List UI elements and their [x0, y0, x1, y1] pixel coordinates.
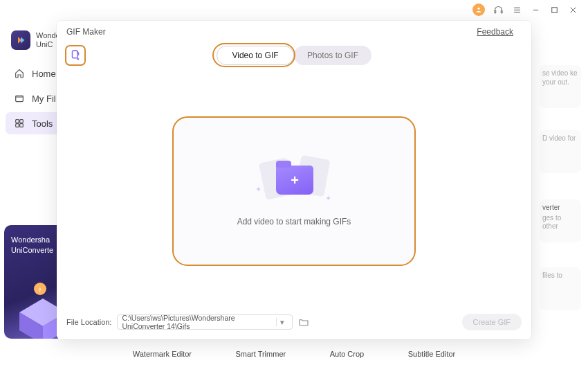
footer-tools: Watermark Editor Smart Trimmer Auto Crop… [0, 347, 588, 365]
svg-rect-11 [16, 120, 19, 123]
minimize-button[interactable] [531, 5, 541, 15]
bg-card: files to [540, 267, 581, 310]
svg-rect-13 [16, 124, 19, 127]
sidebar-item-label: My Fil [32, 94, 56, 104]
add-file-button[interactable] [65, 45, 86, 66]
logo-icon [11, 30, 30, 50]
modal-header: GIF Maker Feedback [57, 21, 531, 40]
chevron-down-icon[interactable]: ▾ [276, 318, 288, 326]
open-folder-icon[interactable] [298, 317, 309, 328]
modal-toolbar: Video to GIF Photos to GIF [57, 40, 531, 71]
tools-icon [14, 118, 25, 129]
modal-content: + ✦ ✦ Add video to start making GIFs [57, 71, 531, 312]
create-gif-button[interactable]: Create GIF [462, 314, 522, 330]
user-avatar[interactable] [472, 3, 485, 16]
file-location-field[interactable]: C:\Users\ws\Pictures\Wondershare UniConv… [117, 314, 293, 330]
file-location-path: C:\Users\ws\Pictures\Wondershare UniConv… [122, 314, 273, 330]
svg-rect-14 [20, 124, 24, 127]
folder-illustration: + ✦ ✦ [259, 156, 329, 204]
dropzone[interactable]: + ✦ ✦ Add video to start making GIFs [172, 116, 416, 266]
svg-rect-1 [495, 10, 496, 13]
home-icon [14, 68, 25, 79]
footer-tool[interactable]: Auto Crop [330, 350, 365, 358]
folder-icon: + [276, 166, 313, 195]
tab-video-to-gif[interactable]: Video to GIF [217, 46, 294, 65]
drop-instruction: Add video to start making GIFs [237, 217, 351, 226]
app-window: Wonde UniC Home My Fil To [0, 0, 588, 365]
titlebar [0, 0, 588, 19]
svg-rect-7 [552, 7, 558, 12]
gif-maker-modal: GIF Maker Feedback Video to GIF Photos t… [57, 21, 531, 339]
tab-group: Video to GIF Photos to GIF [217, 46, 371, 65]
footer-tool[interactable]: Subtitle Editor [408, 350, 455, 358]
svg-rect-2 [501, 10, 502, 13]
maximize-button[interactable] [549, 5, 560, 15]
svg-rect-10 [16, 96, 24, 102]
file-location-label: File Location: [66, 318, 111, 326]
bg-card: verterges to other [540, 199, 581, 242]
tab-photos-to-gif[interactable]: Photos to GIF [294, 46, 371, 65]
headset-icon[interactable] [493, 5, 504, 15]
svg-point-0 [477, 8, 479, 10]
footer-tool[interactable]: Watermark Editor [133, 350, 192, 358]
modal-title: GIF Maker [66, 27, 106, 37]
bg-card: D video for [540, 130, 581, 173]
feedback-link[interactable]: Feedback [477, 27, 513, 37]
svg-rect-12 [20, 120, 24, 123]
footer-tool[interactable]: Smart Trimmer [235, 350, 286, 358]
close-button[interactable] [568, 5, 578, 15]
sidebar-item-label: Tools [32, 118, 53, 129]
modal-footer: File Location: C:\Users\ws\Pictures\Wond… [57, 312, 531, 339]
menu-icon[interactable] [512, 5, 522, 15]
svg-text:♪: ♪ [38, 285, 42, 293]
files-icon [14, 93, 25, 104]
sidebar-item-label: Home [32, 69, 56, 79]
bg-card: se video ke your out. [540, 65, 581, 108]
